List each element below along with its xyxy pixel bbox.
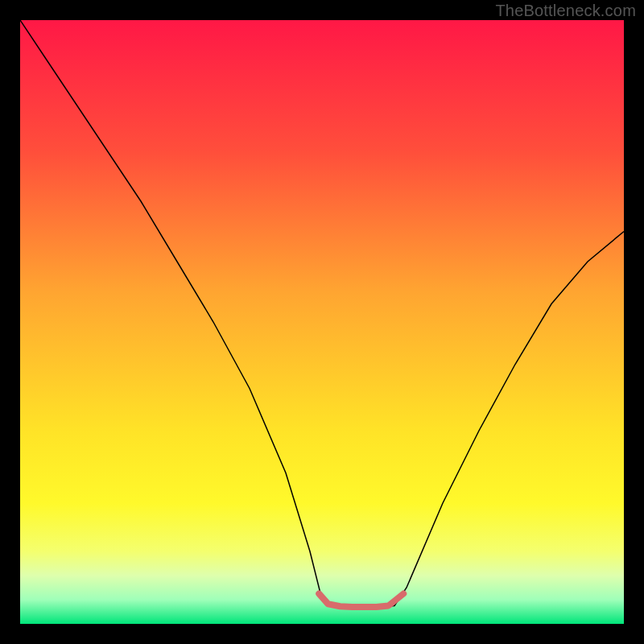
plot-area bbox=[20, 20, 624, 624]
attribution-text: TheBottleneck.com bbox=[495, 2, 636, 20]
gradient-background bbox=[20, 20, 624, 624]
bottleneck-chart bbox=[20, 20, 624, 624]
chart-frame: TheBottleneck.com bbox=[0, 0, 644, 644]
